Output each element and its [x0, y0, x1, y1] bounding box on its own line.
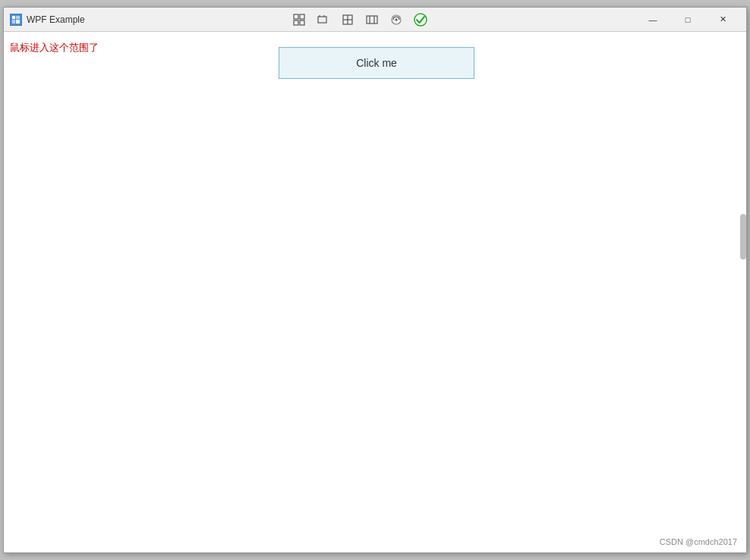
toolbar: [288, 11, 431, 29]
click-me-button[interactable]: Click me: [279, 47, 474, 79]
svg-rect-5: [294, 14, 298, 19]
toolbar-btn-1[interactable]: [288, 11, 310, 29]
minimize-button[interactable]: —: [635, 8, 670, 32]
svg-rect-15: [367, 16, 377, 24]
title-bar: WPF Example: [4, 8, 746, 32]
toolbar-btn-6[interactable]: [410, 11, 431, 29]
window-title: WPF Example: [27, 14, 85, 25]
maximize-button[interactable]: □: [670, 8, 705, 32]
toolbar-btn-2[interactable]: [313, 11, 334, 29]
svg-rect-9: [318, 17, 326, 23]
svg-rect-4: [16, 20, 20, 24]
toolbar-btn-4[interactable]: [361, 11, 383, 29]
title-bar-left: WPF Example: [10, 14, 85, 26]
toolbar-btn-3[interactable]: [337, 11, 358, 29]
toolbar-btn-5[interactable]: [386, 11, 407, 29]
svg-rect-6: [300, 14, 304, 19]
svg-rect-8: [300, 20, 304, 25]
scrollbar-thumb[interactable]: [740, 214, 746, 260]
svg-rect-1: [12, 16, 15, 19]
window-icon: [10, 14, 22, 26]
status-text: 鼠标进入这个范围了: [10, 41, 99, 55]
content-area: 鼠标进入这个范围了 Click me CSDN @cmdch2017: [4, 32, 746, 552]
window-controls: — □ ✕: [635, 8, 740, 32]
close-button[interactable]: ✕: [705, 8, 740, 32]
footer-text: CSDN @cmdch2017: [660, 537, 737, 546]
svg-point-19: [395, 18, 398, 20]
svg-rect-3: [12, 20, 15, 24]
svg-rect-7: [294, 20, 298, 25]
app-window: WPF Example: [3, 7, 747, 553]
svg-rect-2: [16, 16, 20, 19]
